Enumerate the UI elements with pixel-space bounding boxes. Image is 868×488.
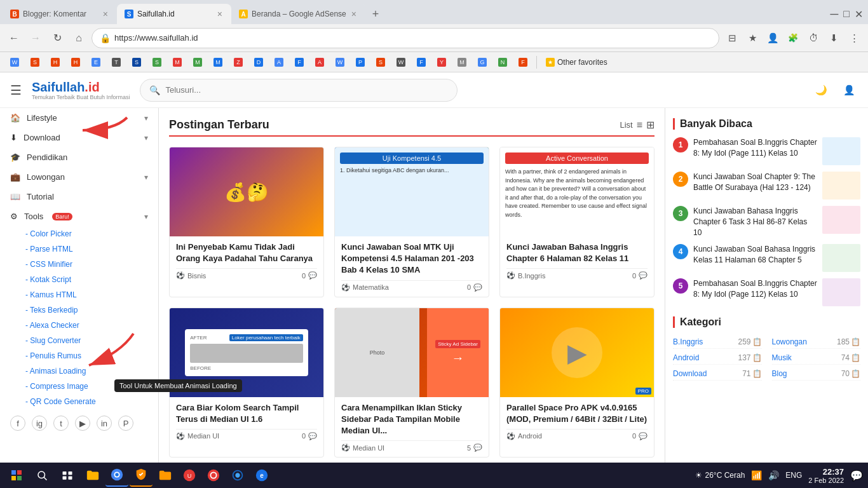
sidebar-sub-color-picker[interactable]: - Color Picker	[0, 226, 158, 241]
sidebar-item-lowongan[interactable]: 💼 Lowongan ▾	[0, 167, 158, 187]
hamburger-menu[interactable]: ☰	[10, 83, 22, 98]
bookmark-s[interactable]: S	[25, 57, 44, 68]
taskbar-datetime[interactable]: 22:37 2 Feb 2022	[808, 467, 844, 484]
taskbar-volume[interactable]: 🔊	[768, 470, 779, 480]
bookmark-h1[interactable]: H	[46, 57, 65, 68]
theme-toggle[interactable]: 🌙	[812, 81, 830, 99]
sidebar-sub-kotak-script[interactable]: - Kotak Script	[0, 272, 158, 287]
sidebar-item-pendidikan[interactable]: 🎓 Pendidikan	[0, 147, 158, 167]
home-button[interactable]: ⌂	[70, 29, 88, 47]
sidebar-sub-animasi-loading[interactable]: - Animasi Loading	[0, 363, 158, 379]
bookmark-t[interactable]: T	[107, 57, 126, 68]
kategori-binggris[interactable]: B.Inggris 259 📋	[673, 336, 762, 349]
bookmark-s4[interactable]: S	[371, 57, 390, 68]
taskbar-network[interactable]: 📶	[751, 470, 762, 480]
grid-view-icon[interactable]: ⊞	[646, 119, 654, 131]
refresh-button[interactable]: ↻	[48, 29, 66, 47]
user-account[interactable]: 👤	[840, 81, 858, 99]
bookmark-s2[interactable]: S	[127, 57, 146, 68]
sidebar-sub-kamus-html[interactable]: - Kamus HTML	[0, 287, 158, 302]
search-input[interactable]	[165, 85, 448, 95]
close-window-button[interactable]: ✕	[855, 8, 863, 20]
sidebar-item-tutorial[interactable]: 📖 Tutorial	[0, 187, 158, 207]
popular-item-3[interactable]: 3 Kunci Jawaban Bahasa Inggris Chapter 6…	[673, 206, 860, 238]
bookmark-w2[interactable]: W	[330, 57, 349, 68]
bookmark-w3[interactable]: W	[391, 57, 410, 68]
site-search-bar[interactable]: 🔍	[140, 79, 458, 102]
youtube-icon[interactable]: ▶	[75, 416, 90, 431]
more-options-button[interactable]: ⋮	[845, 29, 863, 47]
sidebar-sub-penulis-rumus[interactable]: - Penulis Rumus	[0, 348, 158, 363]
popular-item-1[interactable]: 1 Pembahasan Soal B.Inggris Chapter 8: M…	[673, 137, 860, 165]
notification-icon[interactable]: 💬	[850, 470, 863, 482]
taskbar-app-edge[interactable]	[226, 464, 249, 487]
bookmark-m4[interactable]: M	[452, 57, 471, 68]
taskbar-app-chrome[interactable]	[105, 464, 128, 487]
taskbar-app-files[interactable]	[81, 464, 104, 487]
sidebar-sub-qr-code[interactable]: - QR Code Generate	[0, 394, 158, 409]
close-tab-saifullah[interactable]: ×	[216, 8, 224, 20]
taskbar-language[interactable]: ENG	[785, 471, 802, 480]
bookmark-y[interactable]: Y	[432, 57, 451, 68]
site-logo[interactable]: Saifullah.id Temukan Terbaik Buat Butuh …	[32, 80, 130, 100]
kategori-android[interactable]: Android 137 📋	[673, 351, 762, 365]
popular-item-2[interactable]: 2 Kunci Jawaban Soal Chapter 9: The Batt…	[673, 172, 860, 200]
taskbar-app-opera[interactable]	[202, 464, 225, 487]
bookmark-f2[interactable]: F	[412, 57, 431, 68]
sidebar-sub-css-minifier[interactable]: - CSS Minifier	[0, 257, 158, 272]
kategori-download[interactable]: Download 71 📋	[673, 367, 762, 381]
forward-button[interactable]: →	[27, 29, 44, 47]
tab-saifullah[interactable]: S Saifullah.id ×	[117, 4, 231, 24]
post-card-6[interactable]: ▶ PRO Parallel Space Pro APK v4.0.9165 (…	[499, 308, 654, 458]
back-button[interactable]: ←	[5, 29, 23, 47]
kategori-musik[interactable]: Musik 74 📋	[772, 351, 861, 365]
sidebar-item-download[interactable]: ⬇ Download ▾	[0, 128, 158, 147]
taskbar-app-blue[interactable]: e	[250, 464, 273, 487]
bookmark-m2[interactable]: M	[188, 57, 207, 68]
sidebar-item-lifestyle[interactable]: 🏠 Lifestyle ▾	[0, 108, 158, 128]
facebook-icon[interactable]: f	[10, 416, 25, 431]
list-view-icon[interactable]: ≡	[637, 119, 642, 131]
tab-blogger[interactable]: B Blogger: Komentar ×	[3, 4, 117, 24]
close-tab-blogger[interactable]: ×	[102, 8, 109, 20]
sidebar-sub-teks-berkedip[interactable]: - Teks Berkedip	[0, 302, 158, 318]
post-card-5[interactable]: Sticky Ad Sidebar → Photo Cara Menampilk…	[334, 308, 489, 458]
sidebar-sub-parse-html[interactable]: - Parse HTML	[0, 241, 158, 257]
bookmark-a2[interactable]: A	[310, 57, 329, 68]
bookmark-h2[interactable]: H	[66, 57, 85, 68]
post-card-3[interactable]: Active Conversation With a partner, thin…	[499, 147, 654, 297]
bookmark-n[interactable]: N	[493, 57, 512, 68]
twitter-icon[interactable]: t	[53, 416, 69, 431]
bookmark-p[interactable]: P	[351, 57, 370, 68]
taskbar-app-unknown[interactable]: U	[178, 464, 201, 487]
sidebar-sub-alexa-checker[interactable]: - Alexa Checker	[0, 318, 158, 333]
other-favorites[interactable]: ★ Other favorites	[541, 57, 613, 68]
bookmark-f3[interactable]: F	[513, 57, 532, 68]
bookmark-m3[interactable]: M	[208, 57, 227, 68]
download-manager-icon[interactable]: ⬇	[825, 29, 843, 47]
kategori-lowongan[interactable]: Lowongan 185 📋	[772, 336, 861, 349]
bookmark-z[interactable]: Z	[229, 57, 248, 68]
bookmark-star-icon[interactable]: ★	[743, 29, 761, 47]
extension-icon[interactable]: 🧩	[784, 29, 802, 47]
taskbar-search[interactable]	[31, 464, 53, 487]
bookmark-s3[interactable]: S	[147, 57, 166, 68]
minimize-button[interactable]: ─	[831, 8, 839, 21]
bookmark-e[interactable]: E	[86, 57, 105, 68]
sidebar-item-tools[interactable]: ⚙ Tools Baru! ▾	[0, 207, 158, 226]
popular-item-4[interactable]: 4 Kunci Jawaban Soal Bahasa Inggris Kela…	[673, 244, 860, 272]
close-tab-adsense[interactable]: ×	[350, 8, 358, 20]
history-icon[interactable]: ⏱	[804, 29, 822, 47]
address-bar[interactable]: 🔒 https://www.saifullah.id	[92, 28, 719, 48]
profile-icon[interactable]: 👤	[764, 29, 782, 47]
bookmark-g[interactable]: G	[473, 57, 492, 68]
post-card-2[interactable]: Uji Kompetensi 4.5 1. Diketahui segitiga…	[334, 147, 489, 297]
kategori-blog[interactable]: Blog 70 📋	[772, 367, 861, 381]
sidebar-sub-slug-converter[interactable]: - Slug Converter	[0, 333, 158, 348]
linkedin-icon[interactable]: in	[97, 416, 112, 431]
bookmark-m1[interactable]: M	[168, 57, 187, 68]
taskbar-app-brave[interactable]	[130, 464, 153, 487]
pinterest-icon[interactable]: P	[118, 416, 133, 431]
taskbar-task-view[interactable]	[56, 464, 79, 487]
maximize-button[interactable]: □	[843, 8, 850, 20]
